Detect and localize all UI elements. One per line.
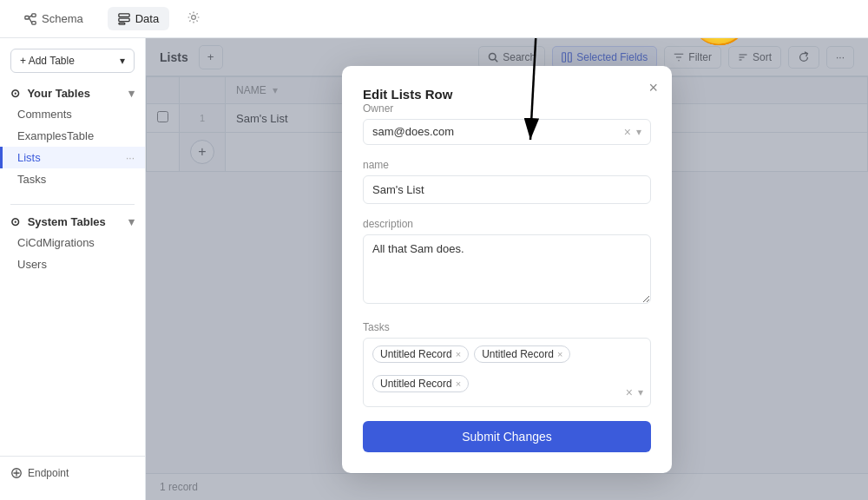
add-table-chevron: ▾ <box>120 55 125 67</box>
name-field-group: name <box>363 159 651 204</box>
sidebar: + Add Table ▾ ⊙ Your Tables ▾ Comments E… <box>0 38 146 500</box>
schema-tab-label: Schema <box>42 12 83 25</box>
your-tables-chevron: ▾ <box>128 87 135 100</box>
svg-line-4 <box>29 17 32 23</box>
sidebar-footer: Endpoint <box>0 456 145 490</box>
description-label: description <box>363 218 651 230</box>
edit-modal: Edit Lists Row × Owner × ▾ name <box>342 66 672 473</box>
sidebar-item-cicdmigrations[interactable]: CiCdMigrations <box>0 232 145 253</box>
modal-overlay[interactable]: Edit Lists Row × Owner × ▾ name <box>146 38 868 500</box>
task-tag-1-remove[interactable]: × <box>456 349 461 359</box>
sidebar-item-examplestable[interactable]: ExamplesTable <box>0 125 145 147</box>
schema-icon <box>24 13 36 25</box>
main-layout: + Add Table ▾ ⊙ Your Tables ▾ Comments E… <box>0 38 868 500</box>
sidebar-divider <box>10 204 135 205</box>
svg-rect-2 <box>32 21 36 24</box>
owner-label: Owner <box>363 102 651 115</box>
system-tables-label: ⊙ System Tables <box>10 215 106 228</box>
tags-input-actions: × ▾ <box>626 385 643 399</box>
submit-button[interactable]: Submit Changes <box>363 421 651 452</box>
svg-rect-1 <box>32 13 36 16</box>
tasks-tags-input[interactable]: Untitled Record × Untitled Record × Unti… <box>363 338 651 407</box>
system-tables-group: ⊙ System Tables ▾ CiCdMigrations Users <box>0 212 145 275</box>
gear-icon[interactable] <box>187 10 201 28</box>
arrow-annotation <box>342 153 343 154</box>
owner-chevron-icon[interactable]: ▾ <box>636 126 641 138</box>
your-tables-group: ⊙ Your Tables ▾ Comments ExamplesTable L… <box>0 83 145 190</box>
table-icon: ⊙ <box>10 87 20 100</box>
sidebar-item-comments[interactable]: Comments <box>0 103 145 125</box>
sad-emoji: 😐 <box>689 38 750 45</box>
add-table-button[interactable]: + Add Table ▾ <box>10 49 135 73</box>
topbar: Schema Data <box>0 0 868 38</box>
modal-title: Edit Lists Row <box>363 87 452 102</box>
task-tag-2: Untitled Record × <box>474 345 570 363</box>
data-tab[interactable]: Data <box>108 7 169 30</box>
owner-clear-icon[interactable]: × <box>624 125 631 139</box>
description-field-group: description All that Sam does. <box>363 218 651 307</box>
data-tab-label: Data <box>135 12 159 25</box>
owner-field-group: Owner × ▾ <box>363 102 651 145</box>
owner-input[interactable] <box>372 125 624 138</box>
task-tag-3-remove[interactable]: × <box>456 378 461 389</box>
schema-tab[interactable]: Schema <box>14 7 94 30</box>
tasks-label: Tasks <box>363 321 651 333</box>
add-table-label: + Add Table <box>20 55 75 67</box>
svg-point-8 <box>192 15 196 19</box>
system-tables-header[interactable]: ⊙ System Tables ▾ <box>0 212 145 232</box>
tasks-field-group: Tasks Untitled Record × Untitled Record … <box>363 321 651 407</box>
svg-rect-6 <box>119 18 129 22</box>
system-tables-chevron: ▾ <box>128 215 135 228</box>
task-tag-1: Untitled Record × <box>372 345 469 363</box>
sidebar-item-lists[interactable]: Lists ··· <box>0 147 145 168</box>
your-tables-header[interactable]: ⊙ Your Tables ▾ <box>0 83 145 103</box>
sidebar-top: + Add Table ▾ <box>0 49 145 83</box>
task-tag-2-remove[interactable]: × <box>557 349 562 359</box>
tags-clear-icon[interactable]: × <box>626 385 633 399</box>
owner-select-actions: × ▾ <box>624 125 641 139</box>
svg-rect-0 <box>25 16 29 19</box>
sidebar-item-tasks[interactable]: Tasks <box>0 168 145 190</box>
sidebar-item-users[interactable]: Users <box>0 253 145 275</box>
your-tables-label: ⊙ Your Tables <box>10 87 90 100</box>
endpoint-button[interactable]: Endpoint <box>10 467 135 479</box>
description-textarea[interactable]: All that Sam does. <box>363 234 651 304</box>
system-icon: ⊙ <box>10 215 20 228</box>
tags-chevron-icon[interactable]: ▾ <box>638 386 643 398</box>
data-icon <box>118 13 130 25</box>
svg-rect-5 <box>119 13 129 16</box>
emoji-annotation: 😐 <box>689 38 750 45</box>
modal-close-button[interactable]: × <box>648 80 658 95</box>
owner-select[interactable]: × ▾ <box>363 119 651 145</box>
name-label: name <box>363 159 651 171</box>
endpoint-icon <box>10 467 23 479</box>
content-area: Lists + Search Selected Fields <box>146 38 868 500</box>
lists-dots[interactable]: ··· <box>126 152 135 164</box>
svg-rect-7 <box>119 23 125 24</box>
name-input[interactable] <box>363 175 651 204</box>
task-tag-3: Untitled Record × <box>372 375 469 392</box>
